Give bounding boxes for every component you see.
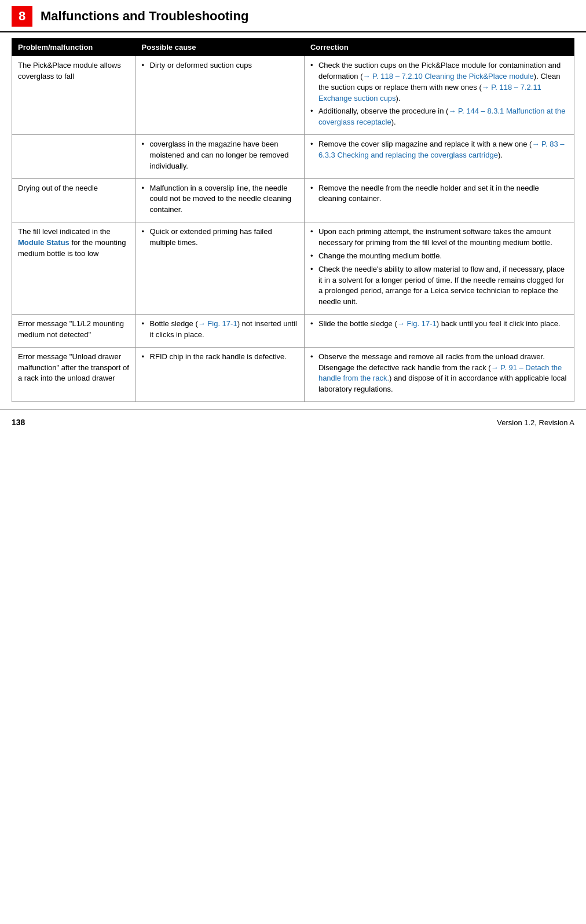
list-item: Additionally, observe the procedure in (… xyxy=(310,106,568,128)
col-header-correction: Correction xyxy=(304,39,574,56)
list-item: Check the suction cups on the Pick&Place… xyxy=(310,60,568,104)
link-exchange-suction[interactable]: → P. 118 – 7.2.11 Exchange suction cups xyxy=(318,83,541,103)
correction-cell: Slide the bottle sledge (→ Fig. 17-1) ba… xyxy=(304,315,574,348)
problem-cell: The Pick&Place module allows coverglass … xyxy=(12,56,136,135)
cause-cell: Dirty or deformed suction cups xyxy=(135,56,304,135)
link-malfunction-receptacle[interactable]: → P. 144 – 8.3.1 Malfunction at the cove… xyxy=(318,107,566,126)
table-container: Problem/malfunction Possible cause Corre… xyxy=(0,38,586,402)
list-item: Malfunction in a coverslip line, the nee… xyxy=(142,183,298,216)
list-item: Upon each priming attempt, the instrumen… xyxy=(310,227,568,249)
version-info: Version 1.2, Revision A xyxy=(497,418,574,427)
problem-cell xyxy=(12,135,136,179)
cause-cell: coverglass in the magazine have been moi… xyxy=(135,135,304,179)
correction-cell: Remove the cover slip magazine and repla… xyxy=(304,135,574,179)
page-title: Malfunctions and Troubleshooting xyxy=(41,9,248,24)
table-row: The Pick&Place module allows coverglass … xyxy=(12,56,574,135)
malfunctions-table: Problem/malfunction Possible cause Corre… xyxy=(12,38,574,402)
page-footer: 138 Version 1.2, Revision A xyxy=(0,409,586,433)
link-bottle-sledge-cause[interactable]: → Fig. 17-1 xyxy=(198,319,237,328)
list-item: Remove the needle from the needle holder… xyxy=(310,183,568,205)
correction-cell: Check the suction cups on the Pick&Place… xyxy=(304,56,574,135)
correction-cell: Observe the message and remove all racks… xyxy=(304,347,574,401)
chapter-badge: 8 xyxy=(12,6,32,27)
table-row: coverglass in the magazine have been moi… xyxy=(12,135,574,179)
list-item: RFID chip in the rack handle is defectiv… xyxy=(142,352,298,363)
list-item: Check the needle's ability to allow mate… xyxy=(310,264,568,308)
link-coverglass-cartridge[interactable]: → P. 83 – 6.3.3 Checking and replacing t… xyxy=(318,140,565,159)
table-row: Error message "Unload drawer malfunction… xyxy=(12,347,574,401)
list-item: Change the mounting medium bottle. xyxy=(310,251,568,262)
col-header-problem: Problem/malfunction xyxy=(12,39,136,56)
list-item: coverglass in the magazine have been moi… xyxy=(142,139,298,172)
problem-cell: Drying out of the needle xyxy=(12,178,136,222)
problem-cell: Error message "L1/L2 mounting medium not… xyxy=(12,315,136,348)
correction-cell: Remove the needle from the needle holder… xyxy=(304,178,574,222)
page-number: 138 xyxy=(12,418,25,427)
list-item: Remove the cover slip magazine and repla… xyxy=(310,139,568,161)
list-item: Observe the message and remove all racks… xyxy=(310,352,568,395)
cause-cell: Bottle sledge (→ Fig. 17-1) not inserted… xyxy=(135,315,304,348)
correction-cell: Upon each priming attempt, the instrumen… xyxy=(304,222,574,315)
link-cleaning-module[interactable]: → P. 118 – 7.2.10 Cleaning the Pick&Plac… xyxy=(363,72,534,81)
col-header-cause: Possible cause xyxy=(135,39,304,56)
cause-cell: Quick or extended priming has failed mul… xyxy=(135,222,304,315)
cause-cell: Malfunction in a coverslip line, the nee… xyxy=(135,178,304,222)
cause-cell: RFID chip in the rack handle is defectiv… xyxy=(135,347,304,401)
page-header: 8 Malfunctions and Troubleshooting xyxy=(0,0,586,32)
list-item: Slide the bottle sledge (→ Fig. 17-1) ba… xyxy=(310,319,568,330)
link-rack-handle[interactable]: → P. 91 – Detach the handle from the rac… xyxy=(318,363,562,383)
module-status-link[interactable]: Module Status xyxy=(18,238,69,247)
table-row: The fill level indicated in the Module S… xyxy=(12,222,574,315)
table-row: Error message "L1/L2 mounting medium not… xyxy=(12,315,574,348)
table-row: Drying out of the needle Malfunction in … xyxy=(12,178,574,222)
page-wrapper: 8 Malfunctions and Troubleshooting Probl… xyxy=(0,0,586,433)
problem-cell: The fill level indicated in the Module S… xyxy=(12,222,136,315)
list-item: Bottle sledge (→ Fig. 17-1) not inserted… xyxy=(142,319,298,341)
problem-cell: Error message "Unload drawer malfunction… xyxy=(12,347,136,401)
list-item: Dirty or deformed suction cups xyxy=(142,60,298,71)
link-bottle-sledge-correction[interactable]: → Fig. 17-1 xyxy=(397,319,437,328)
list-item: Quick or extended priming has failed mul… xyxy=(142,227,298,249)
